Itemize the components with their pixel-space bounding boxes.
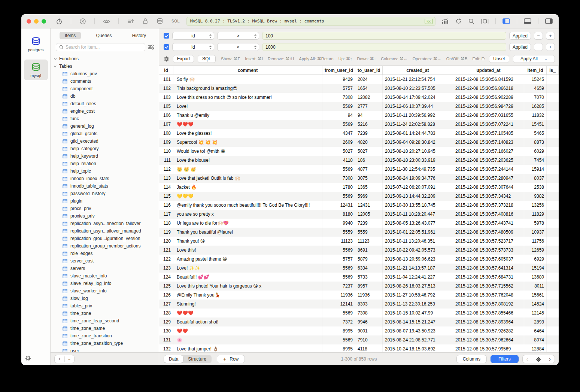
cell-is_[interactable]	[547, 192, 559, 201]
cell-created_at[interactable]: 2015-07-12 06:20:07.091	[383, 183, 453, 192]
cell-to_user_id[interactable]: 4877	[355, 165, 383, 174]
filter-applied-button[interactable]: Applied	[509, 43, 531, 51]
filter-column-select[interactable]: id	[172, 32, 214, 40]
cell-to_user_id[interactable]: 1654	[355, 84, 383, 93]
cell-id[interactable]: 119	[159, 228, 173, 237]
sidebar-item-time_zone_transition[interactable]: time_zone_transition	[54, 332, 159, 340]
cell-to_user_id[interactable]: 5969	[355, 192, 383, 201]
sidebar-item-db[interactable]: db	[54, 92, 159, 100]
cell-item_id[interactable]: 14524	[524, 300, 547, 309]
cell-created_at[interactable]: 2015-11-30 12:54:49.735	[383, 165, 453, 174]
table-row[interactable]: 129Beautiful action shot!737299462015-08…	[159, 317, 559, 326]
filter-column-select[interactable]: id	[172, 43, 214, 51]
cell-id[interactable]: 111	[159, 156, 173, 165]
apply-all-button[interactable]: Apply All ⌄	[513, 55, 555, 63]
chevron-down-icon[interactable]	[54, 58, 57, 60]
cell-to_user_id[interactable]: 186	[355, 156, 383, 165]
sidebar-item-replication_group_member_actions[interactable]: replication_group_member_actions	[54, 242, 159, 250]
cell-to_user_id[interactable]: 12082	[355, 93, 383, 102]
cell-item_id[interactable]: 5978	[524, 219, 547, 228]
cell-comment[interactable]: ❤️❤️	[173, 326, 322, 335]
table-settings-gear-icon[interactable]	[532, 356, 545, 362]
cell-created_at[interactable]: 2015-10-22 09:42:05.573	[383, 246, 453, 255]
cell-created_at[interactable]: 2015-08-18 20:27:10.945	[383, 147, 453, 156]
cell-comment[interactable]: Thank u @emily	[173, 111, 322, 120]
toggle-right-panel-icon[interactable]	[545, 18, 553, 24]
sidebar-item-password_history[interactable]: password_history	[54, 190, 159, 197]
cell-from_user_id[interactable]: 5569	[322, 335, 355, 344]
sql-editor-icon[interactable]: SQL	[171, 19, 180, 23]
cell-id[interactable]: 113	[159, 174, 173, 183]
cell-created_at[interactable]: 2015-11-21 22:12:54.754	[383, 75, 453, 84]
cell-from_user_id[interactable]: 5027	[322, 147, 355, 156]
cell-id[interactable]: 101	[159, 75, 173, 84]
cell-is_[interactable]	[547, 264, 559, 273]
cell-item_id[interactable]: 13680	[524, 273, 547, 282]
table-row[interactable]: 105Love!556927772015-12-06 10:37:39.4420…	[159, 102, 559, 111]
cell-comment[interactable]: Love that jumper! 👌🏽	[173, 344, 322, 352]
cell-id[interactable]: 109	[159, 138, 173, 147]
lock-icon[interactable]	[142, 18, 148, 24]
cell-id[interactable]: 117	[159, 210, 173, 219]
cell-created_at[interactable]: 2015-08-13 20:59:06.623	[383, 255, 453, 264]
filter-operator-select[interactable]: <	[217, 43, 259, 51]
cell-created_at[interactable]: 2015-08-05 13:26:43.077	[383, 219, 453, 228]
cell-updated_at[interactable]: 2015-12-08 15:30:57.203625	[453, 156, 524, 165]
cell-created_at[interactable]: 2015-09-04 09:28:30.842	[383, 138, 453, 147]
cell-from_user_id[interactable]: 4118	[322, 156, 355, 165]
cell-item_id[interactable]: 12145	[524, 309, 547, 317]
cell-from_user_id[interactable]: 5569	[322, 246, 355, 255]
sidebar-item-default_roles[interactable]: default_roles	[54, 100, 159, 107]
cell-is_[interactable]	[547, 129, 559, 138]
cell-to_user_id[interactable]: 7239	[355, 129, 383, 138]
cell-comment[interactable]: Love!	[173, 102, 322, 111]
disconnect-icon[interactable]	[79, 18, 86, 25]
cell-comment[interactable]: Thank you! 😘	[173, 237, 322, 246]
cell-created_at[interactable]: 2015-08-24 19:09:34.776	[383, 174, 453, 183]
column-header-id[interactable]: id	[159, 66, 173, 75]
cell-created_at[interactable]: 2015-08-18 23:00:33.919	[383, 156, 453, 165]
cell-to_user_id[interactable]: 9946	[355, 317, 383, 326]
cell-comment[interactable]: 👑 👑 👑	[173, 165, 322, 174]
sidebar-item-slave_master_info[interactable]: slave_master_info	[54, 272, 159, 280]
cell-to_user_id[interactable]: 7308	[355, 309, 383, 317]
column-header-item_id[interactable]: item_id	[524, 66, 547, 75]
cell-comment[interactable]: 🌸	[173, 335, 322, 344]
cell-is_[interactable]	[547, 165, 559, 174]
cell-updated_at[interactable]: 2015-12-08 15:30:56.902289	[453, 93, 524, 102]
cell-created_at[interactable]: 2015-08-24 21:08:52.771	[383, 335, 453, 344]
sidebar-item-columns_priv[interactable]: columns_priv	[54, 70, 159, 78]
cell-is_[interactable]	[547, 255, 559, 264]
cell-item_id[interactable]: 8074	[524, 335, 547, 344]
cell-to_user_id[interactable]: 9001	[355, 326, 383, 335]
tab-queries[interactable]: Queries	[91, 32, 117, 39]
cell-item_id[interactable]: 2538	[524, 183, 547, 192]
cell-created_at[interactable]: 2015-11-13 22:30:16.253	[383, 300, 453, 309]
cell-updated_at[interactable]: 2015-12-08 15:30:57.926282	[453, 326, 524, 335]
cell-updated_at[interactable]: 2015-12-08 15:30:57.140823	[453, 138, 524, 147]
cell-comment[interactable]: Beautiful action shot!	[173, 317, 322, 326]
cell-comment[interactable]: 💛💛💛	[173, 192, 322, 201]
cell-id[interactable]: 116	[159, 201, 173, 210]
cell-from_user_id[interactable]: 1780	[322, 183, 355, 192]
sidebar-item-help_category[interactable]: help_category	[54, 145, 159, 152]
cell-item_id[interactable]: 12884	[524, 344, 547, 352]
cell-comment[interactable]: Would love to! @mith 😁	[173, 147, 322, 156]
cell-is_[interactable]	[547, 147, 559, 156]
cell-created_at[interactable]: 2015-10-24 18:15:03.692	[383, 344, 453, 352]
cell-item_id[interactable]: 8011	[524, 282, 547, 291]
cell-updated_at[interactable]: 2015-12-08 15:30:57.166027	[453, 147, 524, 156]
sidebar-item-help_relation[interactable]: help_relation	[54, 160, 159, 167]
cell-is_[interactable]	[547, 201, 559, 210]
sidebar-item-proxies_priv[interactable]: proxies_priv	[54, 212, 159, 220]
sidebar-item-replication_asyn...nnection_failover[interactable]: replication_asyn...nnection_failover	[54, 220, 159, 227]
table-row[interactable]: 128❤️❤️❤️556973082015-10-15 10:02:47.992…	[159, 309, 559, 317]
sidebar-item-component[interactable]: component	[54, 85, 159, 92]
table-row[interactable]: 110Would love to! @mith 😁502750272015-08…	[159, 147, 559, 156]
table-row[interactable]: 123Love! ✨✨556963342015-11-21 14:13:57.1…	[159, 264, 559, 273]
cell-is_[interactable]	[547, 156, 559, 165]
cell-item_id[interactable]: 16285	[524, 102, 547, 111]
refresh-icon[interactable]	[455, 18, 462, 24]
sidebar-item-plugin[interactable]: plugin	[54, 197, 159, 205]
cell-updated_at[interactable]: 2015-12-08 15:30:57.34342	[453, 192, 524, 201]
